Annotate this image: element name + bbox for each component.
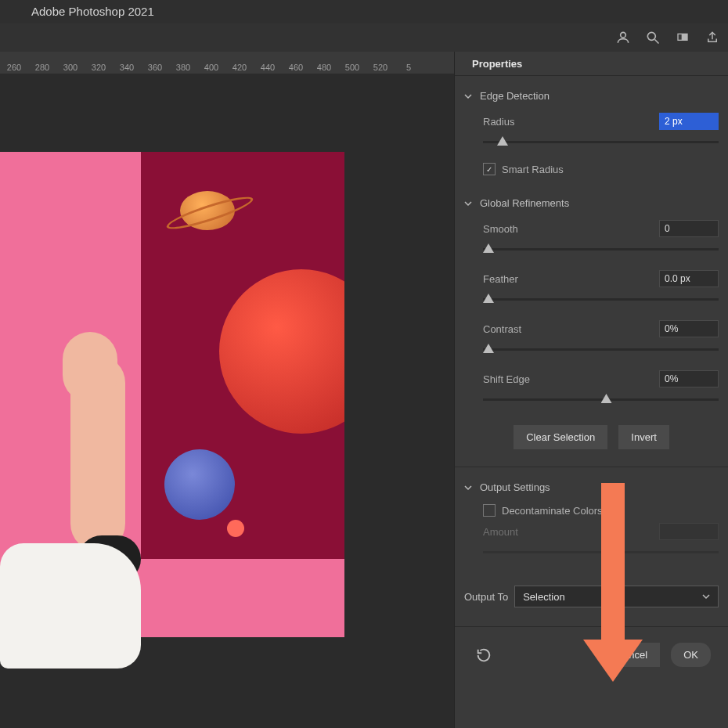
output-to-value: Selection xyxy=(523,591,564,603)
output-to-label: Output To xyxy=(464,591,508,603)
feather-label: Feather xyxy=(483,273,518,285)
smooth-slider[interactable] xyxy=(483,243,719,258)
ruler-mark: 5 xyxy=(395,63,423,72)
cancel-button[interactable]: Cancel xyxy=(604,643,660,667)
svg-rect-4 xyxy=(679,34,682,40)
contrast-label: Contrast xyxy=(483,323,521,335)
search-icon[interactable] xyxy=(645,30,661,45)
radius-input[interactable]: 2 px xyxy=(659,113,719,130)
clear-selection-button[interactable]: Clear Selection xyxy=(514,425,607,449)
edge-detection-title: Edge Detection xyxy=(480,90,550,102)
contrast-slider[interactable] xyxy=(483,344,719,358)
account-icon[interactable] xyxy=(615,30,631,45)
ruler-mark: 460 xyxy=(282,63,310,72)
svg-point-1 xyxy=(647,32,655,40)
ruler-mark: 360 xyxy=(141,63,169,72)
chevron-down-icon xyxy=(702,593,710,600)
radius-label: Radius xyxy=(483,116,514,128)
tab-properties[interactable]: Properties xyxy=(461,52,533,75)
output-to-select[interactable]: Selection xyxy=(514,586,719,607)
ruler-mark: 280 xyxy=(28,63,56,72)
amount-slider xyxy=(483,546,719,560)
shift-edge-slider[interactable] xyxy=(483,394,719,408)
shift-edge-input[interactable]: 0% xyxy=(659,370,719,387)
smart-radius-checkbox[interactable]: ✓ xyxy=(483,163,496,175)
poster-art xyxy=(141,152,344,559)
ruler-mark: 340 xyxy=(113,63,141,72)
section-output-settings[interactable]: Output Settings xyxy=(464,470,719,501)
section-edge-detection[interactable]: Edge Detection xyxy=(464,79,719,110)
smooth-label: Smooth xyxy=(483,223,518,235)
properties-panel: Properties Edge Detection Radius 2 px ✓ … xyxy=(454,52,728,728)
contrast-input[interactable]: 0% xyxy=(659,320,719,337)
feather-input[interactable]: 0.0 px xyxy=(659,270,719,287)
ruler-mark: 320 xyxy=(85,63,113,72)
smart-radius-label: Smart Radius xyxy=(502,164,564,175)
canvas-viewport[interactable] xyxy=(0,74,454,728)
panel-tabs: Properties xyxy=(455,52,728,76)
ok-button[interactable]: OK xyxy=(671,643,711,667)
app-title: Adobe Photoshop 2021 xyxy=(0,0,728,23)
workspace-icon[interactable] xyxy=(675,30,690,45)
ruler-mark: 440 xyxy=(254,63,282,72)
ruler-mark: 260 xyxy=(0,63,28,72)
output-settings-title: Output Settings xyxy=(480,481,550,493)
chevron-down-icon xyxy=(464,200,472,207)
canvas-area: 2602803003203403603804004204404604805005… xyxy=(0,52,454,728)
share-icon[interactable] xyxy=(705,30,720,45)
decontaminate-checkbox[interactable] xyxy=(483,504,496,517)
person-figure xyxy=(0,355,157,669)
chevron-down-icon xyxy=(464,92,472,100)
ruler-mark: 400 xyxy=(197,63,225,72)
panel-body: Edge Detection Radius 2 px ✓ Smart Radiu… xyxy=(455,76,728,728)
ruler-mark: 520 xyxy=(366,63,395,72)
reset-icon[interactable] xyxy=(475,647,492,664)
ruler-mark: 500 xyxy=(338,63,366,72)
feather-slider[interactable] xyxy=(483,294,719,308)
decontaminate-label: Decontaminate Colors xyxy=(502,505,603,517)
chevron-down-icon xyxy=(464,484,472,492)
canvas-image xyxy=(0,152,344,637)
top-toolbar xyxy=(0,23,728,52)
section-global-refinements[interactable]: Global Refinements xyxy=(464,186,719,217)
ruler-mark: 420 xyxy=(225,63,254,72)
ruler-mark: 380 xyxy=(169,63,197,72)
shift-edge-label: Shift Edge xyxy=(483,373,530,385)
amount-input xyxy=(659,523,719,540)
ruler-mark: 300 xyxy=(56,63,85,72)
invert-button[interactable]: Invert xyxy=(618,425,669,449)
smooth-input[interactable]: 0 xyxy=(659,220,719,237)
ruler-mark: 480 xyxy=(310,63,338,72)
horizontal-ruler: 2602803003203403603804004204404604805005… xyxy=(0,52,454,74)
radius-slider[interactable] xyxy=(483,136,719,150)
svg-line-2 xyxy=(655,40,659,44)
svg-point-0 xyxy=(621,32,626,38)
amount-label: Amount xyxy=(483,526,518,538)
global-refinements-title: Global Refinements xyxy=(480,197,569,209)
